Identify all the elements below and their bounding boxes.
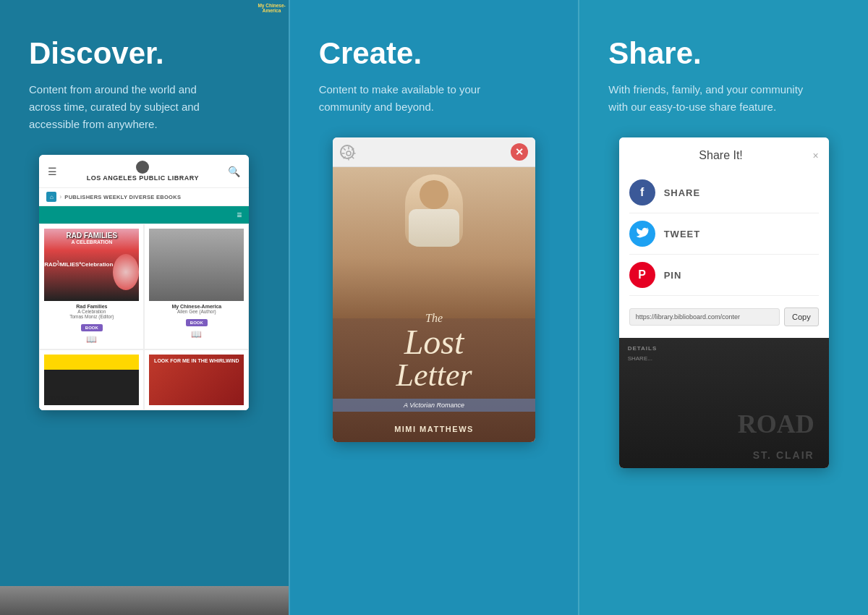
pinterest-icon: P [629,262,655,288]
discover-mockup: ☰ LOS ANGELES PUBLIC LIBRARY 🔍 ⌂ › PUBLI… [39,155,249,410]
discover-heading: Discover. [29,36,164,71]
facebook-label: SHARE [664,187,701,198]
share-subtext: With friends, family, and your community… [608,81,811,116]
share-option-pinterest[interactable]: P PIN [629,255,819,296]
chinese-title: My Chinese-America [149,304,244,309]
hamburger-icon: ☰ [48,166,57,177]
book-card-maroon: MAROON [39,349,144,410]
share-close-button[interactable]: × [812,150,818,161]
discover-panel: Discover. Content from around the world … [0,0,289,615]
lost-letter-portrait [333,167,535,318]
chinese-book-icon: 📖 [149,329,244,339]
share-heading: Share. [608,36,701,71]
list-icon: ≡ [237,210,242,220]
share-share-label: SHARE... [628,355,652,362]
share-option-facebook[interactable]: f SHARE [629,172,819,213]
lost-letter-title: The Lost Letter [333,312,535,391]
create-topbar: ✕ [333,137,535,167]
rad-badge: BOOK [81,324,103,331]
pinterest-label: PIN [664,270,682,281]
rad-author: Tomas Moniz (Editor) [44,314,139,319]
book-card-rad: RAD FAMILIES A CELEBRATION Rad Families … [39,224,144,349]
gear-icon[interactable] [340,145,354,159]
whirlwind-cover: LOOK FOR ME IN THE WHIRLWIND [149,355,244,405]
search-icon[interactable]: 🔍 [228,166,240,177]
share-panel: Share. With friends, family, and your co… [578,0,868,615]
book-card-chinese: My Chinese-America Allen Gee My Chinese-… [144,224,249,349]
chinese-author: Allen Gee (Author) [149,309,244,314]
share-book-background: DETAILS SHARE... ROAD ST. CLAIR [619,338,829,468]
lost-letter-subtitle: A Victorian Romance [333,399,535,412]
copy-button[interactable]: Copy [784,308,819,326]
facebook-icon: f [629,179,655,205]
create-panel: Create. Content to make available to you… [289,0,579,615]
rad-subtitle: A Celebration [44,309,139,314]
breadcrumb-text: PUBLISHERS WEEKLY DIVERSE EBOOKS [64,194,181,200]
maroon-cover: MAROON [44,355,139,405]
twitter-icon [629,221,655,247]
close-button[interactable]: ✕ [511,143,528,161]
create-heading: Create. [319,36,422,71]
share-stclair-text: ST. CLAIR [753,449,814,461]
list-bar: ≡ [39,206,249,224]
mockup-breadcrumb: ⌂ › PUBLISHERS WEEKLY DIVERSE EBOOKS [39,188,249,206]
rad-book-icon: 📖 [44,334,139,344]
home-icon: ⌂ [46,192,56,202]
mockup-topbar: ☰ LOS ANGELES PUBLIC LIBRARY 🔍 [39,155,249,188]
logo-icon [136,161,149,174]
create-subtext: Content to make available to your commun… [319,81,522,116]
library-logo: LOS ANGELES PUBLIC LIBRARY [87,161,199,182]
share-url-input[interactable]: https://library.biblioboard.com/conter [629,308,780,326]
create-mockup: ✕ The Lost Letter A Victorian Romance MI [333,137,535,442]
share-dialog: Share It! × f SHARE TWEET P PIN [619,137,829,338]
chinese-badge: BOOK [186,319,208,326]
share-road-text: ROAD [738,409,814,439]
share-option-twitter[interactable]: TWEET [629,213,819,255]
lost-letter-letter: Letter [333,360,535,391]
svg-point-0 [346,151,351,156]
share-details-label: DETAILS [628,345,658,352]
rad-cover: RAD FAMILIES A CELEBRATION [44,229,139,301]
rad-title: Rad Families [44,304,139,309]
lost-letter-lost: Lost [333,325,535,360]
lost-letter-cover: The Lost Letter A Victorian Romance MIMI… [333,167,535,442]
chinese-cover: My Chinese-America Allen Gee [149,229,244,301]
lost-letter-author: MIMI MATTHEWS [333,425,535,433]
share-dialog-header: Share It! × [629,149,819,162]
twitter-label: TWEET [664,229,701,239]
books-grid: RAD FAMILIES A CELEBRATION Rad Families … [39,224,249,410]
share-mockup: Share It! × f SHARE TWEET P PIN [619,137,829,468]
discover-subtext: Content from around the world and across… [29,81,231,133]
share-dialog-title: Share It! [629,149,813,162]
book-card-whirlwind: LOOK FOR ME IN THE WHIRLWIND [144,349,249,410]
share-url-row: https://library.biblioboard.com/conter C… [629,305,819,326]
